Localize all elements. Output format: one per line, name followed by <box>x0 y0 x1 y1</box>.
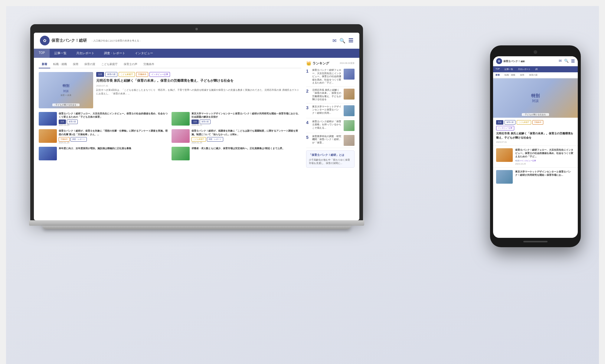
ranking-item-5[interactable]: 5 保育業界特化の調査・研究機関「保育バンク！総研」が「保育... <box>306 133 355 148</box>
phone-nav-articles[interactable]: 記事一覧 <box>502 66 515 72</box>
menu-icon[interactable]: ☰ <box>348 38 353 44</box>
phone-featured-tags: 注目 保育の質 こども家庭庁 労働条件 <box>496 120 575 125</box>
nav-top[interactable]: TOP <box>34 49 50 58</box>
phone-nav-monthly[interactable]: 月次レポート <box>515 66 533 72</box>
tag-3-labor: 労働条件 <box>59 137 70 142</box>
about-box: 「保育士バンク！総研」とは 少子高齢化が進む中「変わりゆく保育市場を見通し、保育… <box>306 150 355 168</box>
cat-hire[interactable]: 採用 <box>70 61 81 68</box>
phone-menu-icon[interactable]: ☰ <box>571 59 575 64</box>
phone-mail-icon[interactable]: ✉ <box>559 59 562 64</box>
phone-small-img-2 <box>496 170 513 184</box>
nav-articles[interactable]: 記事一覧 <box>50 49 71 58</box>
article-card-3: 保育士バンク！総研が、保育士を対象に「理想の先輩・仕事軸」に関するアンケート調査… <box>39 129 168 143</box>
card-img-5 <box>39 147 57 160</box>
rank-num-4: 4 <box>306 120 310 125</box>
tag-1-attention: 注目 <box>59 120 66 124</box>
featured-image: 特別 対談 保育 × 未来 - 子どもが輝ける社会を - <box>39 72 93 108</box>
tag-2-quality: 保育の質 <box>200 120 211 124</box>
article-card-1: 保育士バンク！総研フェロー、大豆生田先生にインタビュー。保育士の社会的価値を高め… <box>39 112 168 126</box>
phone-nav-top[interactable]: TOP <box>493 66 502 72</box>
phone-nav: TOP 記事一覧 月次レポート 調 <box>493 66 578 72</box>
tag-quality: 保育の質 <box>105 72 117 77</box>
phone-cat-quality[interactable]: 保育の質 <box>527 72 540 78</box>
rank-img-4 <box>344 120 355 131</box>
phone-search-icon[interactable]: 🔍 <box>564 59 569 64</box>
featured-title[interactable]: 元明石市長 泉氏と紐解く「保育の未来」。保育士の労働環境を整え、子どもが輝ける社… <box>96 78 301 83</box>
category-tabs: 新着 転職・就職 採用 保育の質 こども家庭庁 保育士の声 労働条件 <box>39 61 301 68</box>
card-img-2 <box>172 112 190 126</box>
phone-screen: ✿ 保育士バンク！総研 ✉ 🔍 ☰ TOP 記事一覧 月次レポート 調 <box>493 56 578 238</box>
ranking-item-2[interactable]: 2 元明石市長 泉氏と紐解く「保育の未来」。保育士の労働環境を整え、子どもが輝け… <box>306 87 355 103</box>
phone-featured-title[interactable]: 元明石市長 泉氏と紐解く「保育の未来」。保育士の労働環境を整え、子どもが輝ける社… <box>496 132 575 140</box>
card-title-2[interactable]: 東京大学マーケットデザインセンターと保育士バンク！総研が共同研究を開始～保育市場… <box>191 112 301 119</box>
phone-cat-career[interactable]: 転職・就職 <box>502 72 518 78</box>
laptop-screen: ✿ 保育士バンク！総研 - 人口減少社会における保育の未来を考える - ✉ 🔍 … <box>34 33 359 220</box>
rank-img-5 <box>344 135 355 146</box>
site-nav: TOP 記事一覧 月次レポート 調査・レポート インタビュー <box>34 49 359 58</box>
laptop-device: ✿ 保育士バンク！総研 - 人口減少社会における保育の未来を考える - ✉ 🔍 … <box>30 24 363 229</box>
search-icon[interactable]: 🔍 <box>339 38 345 44</box>
phone-featured-article: 注目 保育の質 こども家庭庁 労働条件 インタビュー記事 元明石市長 泉氏と紐解… <box>493 118 578 146</box>
tag-3-research: 調査・レポート <box>70 137 87 142</box>
article-card-5: 来年度に向け、次年度採用が増加。施設側は積極的に正社員を募集 <box>39 147 168 160</box>
phone-tag-labor: 労働条件 <box>532 120 543 125</box>
phone-featured-image: 特別 対談 - 子どもが輝ける社会を - <box>493 78 578 118</box>
card-content-3: 保育士バンク！総研が、保育士を対象に「理想の先輩・仕事軸」に関するアンケート調査… <box>59 129 168 143</box>
card-content-1: 保育士バンク！総研フェロー、大豆生田先生にインタビュー。保育士の社会的価値を高め… <box>59 112 168 126</box>
nav-research[interactable]: 調査・レポート <box>99 49 130 58</box>
about-text: 少子高齢化が進む中「変わりゆく保育市場を見通し、保育の深間に... <box>309 158 352 165</box>
phone-featured-date: 2023.07.31 <box>496 141 575 143</box>
phone-nav-research[interactable]: 調 <box>533 66 540 72</box>
phone-small-date-1: 2023.10.25 <box>515 163 575 165</box>
cat-voices[interactable]: 保育士の声 <box>121 61 140 68</box>
rank-img-3 <box>344 105 355 116</box>
phone-body: ✿ 保育士バンク！総研 ✉ 🔍 ☰ TOP 記事一覧 月次レポート 調 <box>490 45 581 247</box>
card-title-5[interactable]: 来年度に向け、次年度採用が増加。施設側は積極的に正社員を募集 <box>59 147 168 150</box>
cat-children[interactable]: こども家庭庁 <box>98 61 121 68</box>
ranking-title: ランキング <box>312 61 329 66</box>
rank-text-2: 元明石市長 泉氏と紐解く「保育の未来」。保育士の労働環境を整え、子どもが輝ける社… <box>312 89 342 101</box>
card-content-4: 保育士バンク！総研が、保護者を対象に「こどもは誰でも通園制度」に関するアンケート… <box>191 129 301 143</box>
featured-date: 2023.07.31 <box>96 84 301 87</box>
logo-tagline: - 人口減少社会における保育の未来を考える - <box>92 39 141 42</box>
card-date-3: 2024.01.25 <box>59 142 168 144</box>
featured-tags: 注目 保育の質 こども家庭庁 労働条件 インタビュー記事 <box>96 72 301 77</box>
tag-4-children: こども家庭庁 <box>191 137 206 142</box>
card-date-1: 2023.10.25 <box>59 124 168 126</box>
nav-monthly[interactable]: 月次レポート <box>71 49 99 58</box>
article-card-6: 求職者・求人数ともに減少、保育市場は安定傾向へ。正社員募集は7割近くまで上昇。 <box>172 147 301 160</box>
phone-cat-new[interactable]: 新着 <box>493 72 502 78</box>
ranking-item-4[interactable]: 4 保育士バンク総研が「保育士資格」を持っているからこそ揃える... <box>306 118 355 133</box>
article-grid: 保育士バンク！総研フェロー、大豆生田先生にインタビュー。保育士の社会的価値を高め… <box>39 112 301 160</box>
cat-new[interactable]: 新着 <box>39 61 50 68</box>
phone-small-title-2[interactable]: 東京大学マーケットデザインセンターと保育士バンク！総研が共同研究を開始～保育市場… <box>515 170 575 177</box>
card-content-6: 求職者・求人数ともに減少、保育市場は安定傾向へ。正社員募集は7割近くまで上昇。 <box>191 147 301 160</box>
tag-attention: 注目 <box>96 72 104 77</box>
card-title-4[interactable]: 保育士バンク！総研が、保護者を対象に「こどもは誰でも通園制度」に関するアンケート… <box>191 129 301 136</box>
cat-labor[interactable]: 労働条件 <box>140 61 157 68</box>
card-title-6[interactable]: 求職者・求人数ともに減少、保育市場は安定傾向へ。正社員募集は7割近くまで上昇。 <box>191 147 301 150</box>
cat-quality[interactable]: 保育の質 <box>81 61 98 68</box>
tag-children-agency: こども家庭庁 <box>119 72 135 77</box>
phone-small-article-1: 保育士バンク！総研フェロー、大豆生田先生にインタビュー。保育士の社会的価値を高め… <box>493 146 578 167</box>
tag-labor: 労働条件 <box>136 72 148 77</box>
rank-num-1: 1 <box>306 69 310 74</box>
phone-header-icons: ✉ 🔍 ☰ <box>559 59 575 64</box>
card-img-6 <box>172 147 190 160</box>
phone-logo-text: 保育士バンク！総研 <box>503 60 525 63</box>
laptop-camera <box>195 28 198 30</box>
ranking-item-3[interactable]: 3 東京大学マーケットデザインセンターと保育士バンク！総研が共同... <box>306 103 355 118</box>
mail-icon[interactable]: ✉ <box>332 38 336 44</box>
rank-text-5: 保育業界特化の調査・研究機関「保育バンク！総研」が「保育... <box>312 135 342 145</box>
sidebar: 👑 ランキング 2024.08.02更新 1 保育士バンク！総研フェロー、大豆生… <box>306 61 355 218</box>
phone-logo-icon: ✿ <box>496 58 502 64</box>
cat-career[interactable]: 転職・就職 <box>50 61 70 68</box>
card-title-3[interactable]: 保育士バンク！総研が、保育士を対象に「理想の先輩・仕事軸」に関するアンケート調査… <box>59 129 168 136</box>
card-title-1[interactable]: 保育士バンク！総研フェロー、大豆生田先生にインタビュー。保育士の社会的価値を高め… <box>59 112 168 119</box>
phone-content: 新着 転職・就職 採用 保育の質 特別 対談 - 子どもが輝ける社会を <box>493 72 578 234</box>
phone-small-title-1[interactable]: 保育士バンク！総研フェロー、大豆生田先生にインタビュー。保育士の社会的価値を高め… <box>515 148 575 159</box>
nav-interview[interactable]: インタビュー <box>130 49 158 58</box>
ranking-item-1[interactable]: 1 保育士バンク！総研フェロー、大豆生田先生にインタビュー。保育士の社会的価値を… <box>306 67 355 87</box>
header-icons: ✉ 🔍 ☰ <box>332 38 353 44</box>
phone-cat-hire[interactable]: 採用 <box>518 72 527 78</box>
